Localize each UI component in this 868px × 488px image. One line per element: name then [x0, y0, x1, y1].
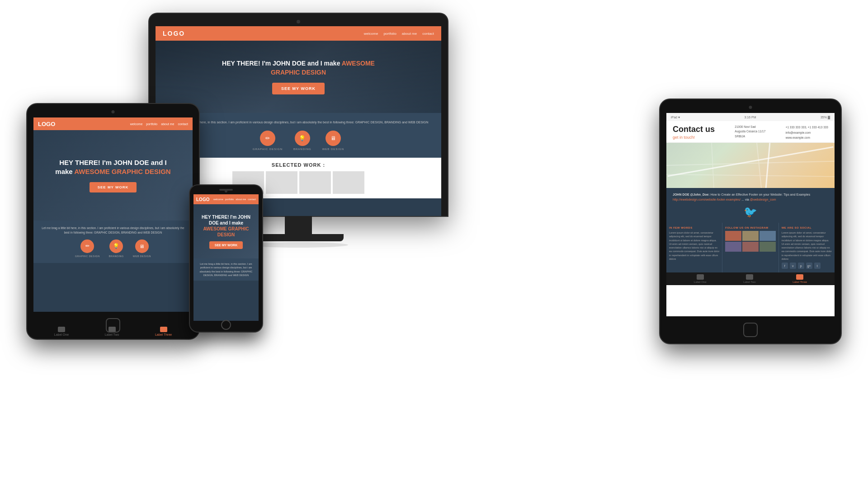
svg-line-3	[712, 143, 714, 188]
tr-footer-instagram: FOLLOW US ON INSTAGRAM	[722, 223, 778, 272]
tr-map	[666, 143, 835, 188]
tr-status-time: 3:16 PM	[744, 116, 756, 119]
phone-home-button[interactable]	[221, 320, 231, 330]
monitor-about-text: Let me brag a little bit here, in this s…	[163, 120, 434, 125]
tablet-left-nav-links: welcome portfolio about me contact	[130, 122, 188, 126]
tr-footer-social: WE ARE SO SOCIAL Lorem ipsum dolor sit a…	[779, 223, 835, 272]
monitor-nav-portfolio[interactable]: portfolio	[383, 32, 396, 36]
monitor-work-title: SELECTED WORK :	[163, 162, 434, 168]
tl-cta-button[interactable]: SEE MY WORK	[90, 182, 137, 192]
tl-nav-portfolio[interactable]: portfolio	[146, 122, 157, 126]
tr-insta-1[interactable]	[725, 231, 741, 241]
monitor-nav-links: welcome portfolio about me contact	[364, 32, 434, 36]
tr-website: www.example.com	[786, 135, 828, 141]
tr-footer-instagram-title: FOLLOW US ON INSTAGRAM	[725, 226, 775, 229]
phone-hero: HEY THERE! I'm JOHN DOE and I make AWESO…	[193, 204, 259, 258]
tr-contact-text: Contact us get in touch!	[673, 125, 715, 141]
phone-nav: LOGO welcome portfolio about me contact	[193, 194, 259, 204]
monitor-nav: LOGO welcome portfolio about me contact	[156, 26, 441, 41]
tl-nav-aboutme[interactable]: about me	[161, 122, 174, 126]
tl-tab-3[interactable]: Label Three	[155, 327, 172, 336]
tablet-right-screen: iPad ♥ 3:16 PM 35% ▓ Contact us get in t…	[666, 113, 835, 316]
tablet-left-nav: LOGO welcome portfolio about me contact	[33, 117, 193, 130]
ph-cta-button[interactable]: SEE MY WORK	[209, 241, 243, 249]
tl-hero-title: HEY THERE! I'm JOHN DOE and Imake AWESOM…	[55, 158, 170, 176]
monitor-hero-title: HEY THERE! I'm JOHN DOE and I make AWESO…	[222, 59, 375, 77]
web-design-icon: 🖥	[326, 131, 341, 146]
tr-contact-subtitle: get in touch!	[673, 135, 715, 140]
tr-insta-6[interactable]	[760, 242, 776, 252]
monitor-camera	[297, 20, 300, 23]
tablet-right-body: iPad ♥ 3:16 PM 35% ▓ Contact us get in t…	[660, 99, 841, 343]
tr-footer: IN FEW WORDS Lorem ipsum dolor sit amet,…	[666, 223, 835, 272]
tr-tab-3-label: Label Three	[793, 281, 807, 283]
tablet-left-body: LOGO welcome portfolio about me contact …	[27, 104, 199, 339]
service-graphic-design: ✏ GRAPHIC DESIGN	[253, 131, 283, 150]
tr-instagram-grid	[725, 231, 775, 252]
tr-pinterest-icon[interactable]: p	[798, 263, 804, 269]
tr-insta-5[interactable]	[742, 242, 759, 252]
tr-tweet-text: JOHN DOE @John_Doe: How to Create an Eff…	[673, 192, 828, 202]
service-web-design: 🖥 WEB DESIGN	[322, 131, 344, 150]
monitor-logo: LOGO	[163, 30, 185, 37]
tr-tab-3[interactable]: Label Three	[793, 274, 807, 283]
tablet-left-screen: LOGO welcome portfolio about me contact …	[33, 117, 193, 312]
phone-about: Let me brag a little bit here, in this s…	[193, 258, 259, 281]
tr-phone: +1 333 333 333, +1 333 413 333	[786, 125, 828, 130]
tr-twitter-social-icon[interactable]: t	[814, 263, 821, 269]
tr-googleplus-icon[interactable]: g+	[806, 263, 812, 269]
tablet-left-logo: LOGO	[38, 121, 55, 127]
tl-nav-contact[interactable]: contact	[178, 122, 188, 126]
tablet-left-about: Let me brag a little bit here, in this s…	[33, 221, 193, 263]
tablet-right-camera	[749, 106, 752, 109]
tl-branding-icon: 💡	[109, 239, 123, 253]
tr-facebook-icon[interactable]: f	[782, 263, 788, 269]
tr-footer-words: IN FEW WORDS Lorem ipsum dolor sit amet,…	[666, 223, 722, 272]
tr-tab-2[interactable]: Label Two	[743, 274, 755, 283]
tr-insta-3[interactable]	[760, 231, 776, 241]
graphic-design-icon: ✏	[260, 131, 275, 146]
tr-tweet-via: @webdesign_com	[750, 198, 776, 201]
monitor-nav-aboutme[interactable]: about me	[402, 32, 417, 36]
monitor-cta-button[interactable]: SEE MY WORK	[272, 83, 325, 94]
monitor-hero: HEY THERE! I'm JOHN DOE and I make AWESO…	[156, 41, 441, 113]
tr-footer-social-title: WE ARE SO SOCIAL	[782, 226, 832, 229]
tr-status-bar: iPad ♥ 3:16 PM 35% ▓	[666, 113, 835, 121]
tablet-right-home-button[interactable]	[743, 323, 758, 337]
tl-tab-1[interactable]: Label One	[54, 327, 69, 336]
tr-twitter-icon-container: 🐦	[673, 206, 828, 218]
ph-nav-aboutme[interactable]: about me	[236, 198, 246, 201]
tr-insta-2[interactable]	[742, 231, 759, 241]
tl-tab-3-label: Label Three	[155, 333, 172, 336]
tr-social-icons: f v p g+ t	[782, 263, 832, 269]
tl-web-label: WEB DESIGN	[133, 255, 151, 258]
tr-tab-1[interactable]: Label One	[694, 274, 707, 283]
phone-nav-links: welcome portfolio about me contact	[213, 198, 256, 201]
ph-nav-contact[interactable]: contact	[248, 198, 256, 201]
monitor-nav-contact[interactable]: contact	[422, 32, 434, 36]
tr-tweet-link[interactable]: http://ewebdesign.com/website-footer-exa…	[673, 198, 741, 201]
ph-hero-title: HEY THERE! I'm JOHN DOE and I make AWESO…	[197, 214, 255, 238]
branding-label: BRANDING	[293, 148, 311, 150]
tr-status-left: iPad ♥	[671, 116, 680, 119]
tr-tab-1-label: Label One	[694, 281, 707, 283]
tr-footer-words-title: IN FEW WORDS	[669, 226, 719, 229]
tr-map-overlay	[666, 143, 835, 188]
tr-vimeo-icon[interactable]: v	[790, 263, 796, 269]
tr-tab-3-icon	[796, 274, 803, 280]
tl-nav-welcome[interactable]: welcome	[130, 122, 143, 126]
ph-nav-portfolio[interactable]: portfolio	[225, 198, 234, 201]
monitor-nav-welcome[interactable]: welcome	[364, 32, 378, 36]
tr-contact-section: Contact us get in touch! 21000 Novi SadA…	[666, 121, 835, 143]
tr-contact-title: Contact us	[673, 125, 715, 134]
phone: LOGO welcome portfolio about me contact …	[190, 185, 262, 332]
tablet-left-home-button[interactable]	[106, 318, 120, 333]
ph-nav-welcome[interactable]: welcome	[213, 198, 223, 201]
phone-body: LOGO welcome portfolio about me contact …	[190, 185, 262, 332]
tl-services: ✏ GRAPHIC DESIGN 💡 BRANDING 🖥 WEB DESIGN	[39, 239, 187, 258]
tl-service-graphic: ✏ GRAPHIC DESIGN	[75, 239, 100, 258]
tablet-left: LOGO welcome portfolio about me contact …	[27, 104, 199, 339]
phone-camera	[225, 190, 227, 192]
tr-insta-4[interactable]	[725, 242, 741, 252]
tr-contact-address: 21000 Novi SadAugusta Cesarca 11/17SRBIJ…	[735, 125, 765, 139]
